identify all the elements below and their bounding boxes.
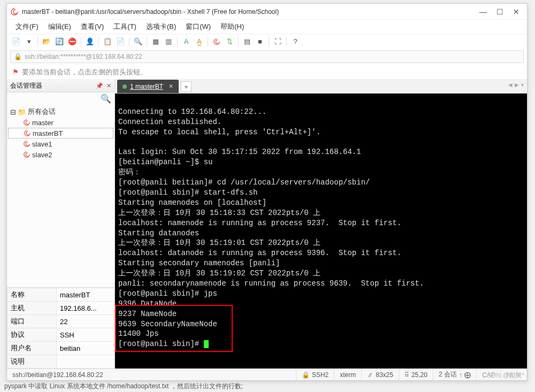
window-controls: — ☐ ✕ <box>479 7 524 16</box>
prop-val-proto: SSH <box>57 328 114 342</box>
terminal[interactable]: Connecting to 192.168.64.80:22... Connec… <box>115 94 527 368</box>
menu-help[interactable]: 帮助(H) <box>216 21 248 33</box>
properties-panel: 名称masterBT 主机192.168.6... 端口22 协议SSH 用户名… <box>7 288 114 368</box>
sidebar-title: 会话管理器 <box>10 81 42 90</box>
prop-val-name: masterBT <box>57 288 114 302</box>
paste-button[interactable]: 📄 <box>114 36 126 48</box>
connected-dot-icon <box>123 84 127 89</box>
tree-label: master <box>32 119 54 127</box>
menu-edit[interactable]: 编辑(E) <box>44 21 75 33</box>
sidebar-close-icon[interactable]: ✕ <box>106 82 111 89</box>
tab-prev-icon[interactable]: ◀ <box>508 82 513 88</box>
menu-view[interactable]: 查看(V) <box>77 21 108 33</box>
tree-item-masterbt[interactable]: masterBT <box>8 128 113 139</box>
prop-key-desc: 说明 <box>7 355 57 368</box>
status-pos: ⠿25,20 <box>399 369 433 380</box>
minimize-button[interactable]: — <box>479 7 487 16</box>
close-button[interactable]: ✕ <box>513 7 519 16</box>
folder-icon: 📁 <box>18 108 26 116</box>
menu-file[interactable]: 文件(F) <box>11 21 43 33</box>
menu-window[interactable]: 窗口(W) <box>181 21 215 33</box>
app-window: masterBT - beitian@panli:/usr/local/serv… <box>6 3 528 381</box>
session-icon <box>23 140 30 148</box>
menubar: 文件(F) 编辑(E) 查看(V) 工具(T) 选项卡(B) 窗口(W) 帮助(… <box>7 20 527 34</box>
background-text: pyspark 中读取 Linux 系统本地文件 /home/hadoop/te… <box>4 382 243 391</box>
address-bar: 🔒 ssh://beitian:**********@192.168.64.80… <box>7 49 527 65</box>
tab-label: 1 masterBT <box>130 83 163 90</box>
session-icon <box>23 151 30 158</box>
toolbar: 📄 ▾ 📂 🔄 ⛔ 👤 📋 📄 🔍 ▦ ▥ A A̲ ⇅ ▤ ■ ⛶ ? <box>7 34 527 49</box>
tree-label: slave1 <box>32 140 52 148</box>
prop-key-name: 名称 <box>7 288 57 302</box>
window-title: masterBT - beitian@panli:/usr/local/serv… <box>22 8 479 16</box>
status-term: xterm <box>334 369 362 380</box>
session-manager-panel: 会话管理器 📌 ✕ 🔍 ⊟ 📁 所有会话 master <box>7 80 115 368</box>
layout-button[interactable]: ▦ <box>150 36 162 48</box>
prop-key-port: 端口 <box>7 315 57 328</box>
copy-button[interactable]: 📋 <box>102 36 113 48</box>
watermark: CSDN @北天* <box>483 371 524 380</box>
status-connection: ssh://beitian@192.168.64.80:22 <box>7 369 296 380</box>
fullscreen-button[interactable]: ⛶ <box>272 36 284 48</box>
tree-label: masterBT <box>33 129 63 137</box>
tab-next-icon[interactable]: ▶ <box>515 82 519 88</box>
maximize-button[interactable]: ☐ <box>496 7 503 16</box>
find-button[interactable]: 🔍 <box>132 36 144 48</box>
session-icon <box>24 129 31 137</box>
disconnect-button[interactable]: ⛔ <box>66 36 78 48</box>
status-proto: 🔒SSH2 <box>296 369 334 380</box>
open-button[interactable]: 📂 <box>41 36 52 48</box>
tree-item-slave1[interactable]: slave1 <box>8 139 113 149</box>
lock-icon: 🔒 <box>14 53 22 60</box>
session-icon <box>23 119 30 126</box>
profile-button[interactable]: 👤 <box>84 36 96 48</box>
menu-tabs[interactable]: 选项卡(B) <box>142 21 180 33</box>
status-size: ⫽83x25 <box>362 369 399 380</box>
help-button[interactable]: ? <box>289 36 301 48</box>
dropdown-icon[interactable]: ▾ <box>23 36 35 48</box>
address-field[interactable]: 🔒 ssh://beitian:**********@192.168.64.80… <box>10 50 524 63</box>
tree-item-master[interactable]: master <box>8 117 113 128</box>
xshell-icon[interactable] <box>211 36 223 48</box>
tree-root-label: 所有会话 <box>28 107 56 117</box>
font-button[interactable]: A <box>180 36 192 48</box>
transfer-button[interactable]: ⇅ <box>224 36 235 48</box>
status-sessions: 2 会话 ↑ ⨁ <box>433 369 477 380</box>
color-button[interactable]: ▥ <box>163 36 174 48</box>
prop-key-user: 用户名 <box>7 342 57 355</box>
sidebar-header: 会话管理器 📌 ✕ <box>7 80 114 93</box>
prop-val-host: 192.168.6... <box>57 302 114 315</box>
sidebar-search[interactable]: 🔍 <box>7 93 114 104</box>
menu-tools[interactable]: 工具(T) <box>109 21 141 33</box>
main-pane: 1 masterBT ✕ + ◀ ▶ ▾ Connecting to 192.1… <box>115 80 527 368</box>
tab-close-icon[interactable]: ✕ <box>169 83 173 90</box>
tab-strip: 1 masterBT ✕ + ◀ ▶ ▾ <box>115 80 527 94</box>
stop-button[interactable]: ■ <box>254 36 266 48</box>
pin-icon[interactable]: 📌 <box>96 82 103 89</box>
hint-bar: ⚑ 要添加当前会话，点击左侧的箭头按钮。 <box>7 65 527 80</box>
add-tab-button[interactable]: + <box>181 81 192 92</box>
hint-text: 要添加当前会话，点击左侧的箭头按钮。 <box>22 67 147 77</box>
titlebar: masterBT - beitian@panli:/usr/local/serv… <box>7 4 527 20</box>
new-session-button[interactable]: 📄 <box>10 36 22 48</box>
prop-key-host: 主机 <box>7 302 57 315</box>
prop-val-user: beitian <box>57 342 114 355</box>
tab-menu-icon[interactable]: ▾ <box>521 82 524 88</box>
prop-key-proto: 协议 <box>7 328 57 342</box>
status-bar: ssh://beitian@192.168.64.80:22 🔒SSH2 xte… <box>7 368 527 380</box>
highlight-button[interactable]: A̲ <box>193 36 205 48</box>
session-tree: ⊟ 📁 所有会话 master masterBT slave1 <box>7 104 114 288</box>
flag-icon: ⚑ <box>12 68 19 76</box>
script-button[interactable]: ▤ <box>241 36 253 48</box>
tree-root[interactable]: ⊟ 📁 所有会话 <box>8 106 113 117</box>
tree-label: slave2 <box>32 151 52 159</box>
properties-table: 名称masterBT 主机192.168.6... 端口22 协议SSH 用户名… <box>7 288 114 368</box>
prop-val-port: 22 <box>57 315 114 328</box>
address-text: ssh://beitian:**********@192.168.64.80:2… <box>25 53 142 60</box>
app-icon <box>10 7 19 16</box>
tree-item-slave2[interactable]: slave2 <box>8 149 113 160</box>
tab-masterbt[interactable]: 1 masterBT ✕ <box>117 80 179 93</box>
collapse-icon[interactable]: ⊟ <box>10 108 16 116</box>
prop-val-desc <box>57 355 114 368</box>
reconnect-button[interactable]: 🔄 <box>54 36 65 48</box>
